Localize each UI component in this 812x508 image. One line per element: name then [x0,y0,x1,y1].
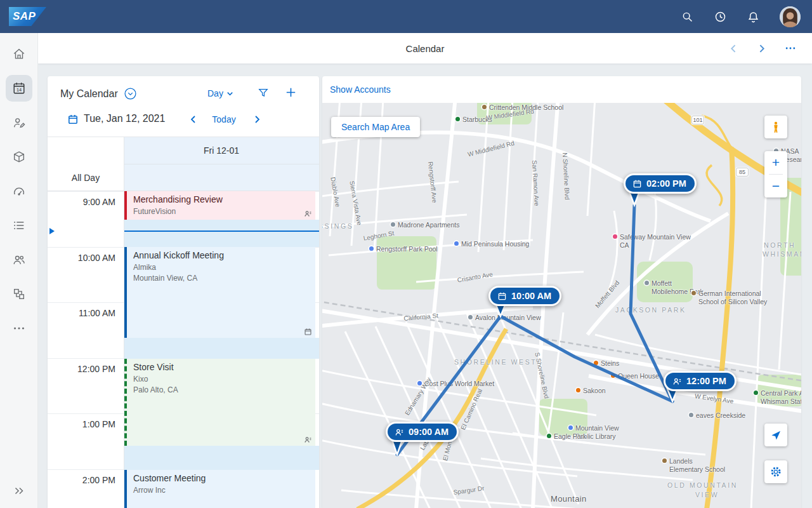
zoom-in-button[interactable]: + [764,151,787,174]
road-label: S Shoreline Blvd [534,352,550,399]
poi-text: Safeway Mountain View [620,233,691,241]
today-button[interactable]: Today [206,114,242,124]
page-header: Calendar [38,33,812,64]
area-label: NORTH [764,241,796,249]
filter-icon[interactable] [257,86,270,99]
area-label: SHORELINE WEST [454,358,537,366]
zoom-control: + − [764,151,787,197]
map-labels: Crittenden Middle SchoolStarbucksMadrone… [322,103,801,508]
sidebar-item-more[interactable] [6,315,32,342]
calendar-event[interactable]: Annual Kickoff MeetingAlmikaMountain Vie… [124,247,315,338]
poi-dot-icon [576,388,580,392]
add-appointment-button[interactable] [284,85,298,100]
sidebar-expand-button[interactable] [6,478,32,504]
poi-dot-icon [369,246,374,251]
poi-text: Moffett [652,279,704,288]
poi-text: Public Library [575,432,619,441]
poi-text: eaves Creekside [696,411,745,420]
sidebar-item-organization[interactable] [6,281,32,307]
poi-text: Central Park At [761,389,801,398]
road-label: Rengstorff Ave [427,161,438,203]
sap-logo[interactable]: SAP [9,7,46,26]
recent-activities-icon[interactable] [714,10,727,23]
sidebar-item-products[interactable] [6,144,32,170]
show-accounts-link[interactable]: Show Accounts [330,84,391,95]
appointment-pin[interactable]: 12:00 PM [664,371,737,391]
calendar-icon [497,291,507,301]
shell-actions [681,6,812,27]
map-poi-label: German InternationalSchool of Silicon Va… [691,290,767,306]
city-label: Mountain [551,494,587,504]
event-line3: Mountain View, CA [133,273,310,284]
road-label: Crisanto Ave [457,271,494,284]
map-poi-label: eaves Creekside [689,411,745,420]
overflow-icon[interactable] [784,42,797,55]
calendar-event[interactable]: Store VisitKixoPalo Alto, CA [124,359,315,446]
poi-text: Rengstorff Park Pool [376,245,438,253]
pin-time-label: 10:00 AM [511,291,551,301]
poi-dot-icon [594,361,598,365]
hour-label: 2:00 PM [82,475,115,485]
sidebar-item-analytics[interactable] [6,178,32,204]
calendar-event[interactable]: Customer MeetingArrow Inc [124,470,315,508]
appointment-pin[interactable]: 10:00 AM [488,286,561,306]
calendar-icon [632,179,642,189]
nav-back-icon[interactable] [728,43,739,54]
hour-label: 9:00 AM [83,197,115,207]
sidebar-item-accounts[interactable] [6,109,32,136]
area-label: JACKSON PARK [615,306,686,314]
pegman-icon[interactable] [764,116,787,138]
avatar[interactable] [780,6,801,27]
area-label: OLD MOUNTAIN [667,481,738,489]
map-poi-label: Sakoon [576,387,606,395]
next-day-icon[interactable] [252,114,262,124]
poi-text: Sakoon [583,387,606,395]
zoom-out-button[interactable]: − [764,175,787,197]
event-line2: Almika [133,262,310,273]
event-title: Store Visit [133,362,310,372]
event-line2: FutureVision [133,206,310,217]
locate-icon[interactable] [764,424,787,446]
road-label: W Evelyn Ave [694,392,733,404]
appointment-pin[interactable]: 09:00 AM [386,422,459,442]
person-icon [304,436,312,444]
poi-text: Mountain View [575,424,619,432]
day-column-header: Fri 12-01 [124,137,319,164]
poi-text: School of Silicon Valley [698,298,767,306]
search-map-area-button[interactable]: Search Map Area [331,117,420,137]
previous-day-icon[interactable] [188,114,199,124]
date-picker-icon[interactable] [67,114,79,125]
nav-forward-icon[interactable] [756,43,767,54]
view-selector[interactable]: Day [207,88,235,98]
map-poi-label: Avalon Mountain View [468,314,541,322]
notifications-icon[interactable] [747,10,760,23]
sidebar-item-home[interactable] [6,41,32,67]
sidebar-item-calendar[interactable]: 14 [6,75,32,102]
poi-text: CA [620,241,691,250]
search-icon[interactable] [681,10,694,23]
road-label: Spargur Dr [453,485,485,496]
travel-time-block [124,338,319,359]
poi-text: Whisman Station [761,398,801,406]
area-label: SSINGS [322,222,353,230]
page-title: Calendar [38,33,812,64]
pin-time-label: 02:00 PM [646,178,686,189]
map-poi-label: Cost Plus World Market [417,380,494,388]
current-time-indicator [124,231,319,232]
calendar-selector[interactable]: My Calendar [60,87,137,100]
sidebar-item-worklists[interactable] [6,212,32,239]
chevron-down-icon [225,89,235,98]
road-label: Moffett Blvd [594,279,620,309]
calendar-event[interactable]: Merchandising ReviewFutureVision [124,191,315,220]
appointment-pin[interactable]: 02:00 PM [624,173,697,194]
map-panel: Show Accounts [322,76,801,508]
poi-text: Steins [601,359,619,368]
all-day-label: All Day [48,164,124,190]
map-area[interactable]: Crittenden Middle SchoolStarbucksMadrone… [322,103,801,508]
poi-dot-icon [417,381,422,385]
sidebar-item-contacts[interactable] [6,246,32,273]
poi-dot-icon [568,425,573,430]
poi-text: Madrone Apartments [398,221,459,229]
road-label: Sierra Vista Ave [348,180,363,226]
map-settings-icon[interactable] [764,460,787,483]
